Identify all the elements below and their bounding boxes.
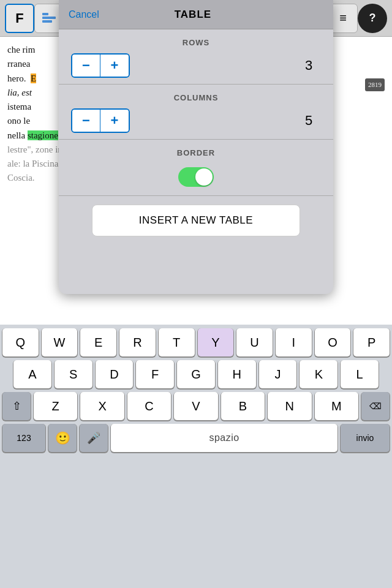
key-b[interactable]: B [221, 392, 265, 420]
return-key[interactable]: invio [341, 424, 390, 452]
key-k[interactable]: K [300, 360, 337, 388]
key-g[interactable]: G [177, 360, 215, 388]
emoji-key[interactable]: 🙂 [48, 424, 77, 452]
space-key[interactable]: spazio [111, 424, 337, 452]
key-d[interactable]: D [96, 360, 134, 388]
key-t[interactable]: T [159, 328, 195, 356]
key-j[interactable]: J [259, 360, 297, 388]
columns-label: COLUMNS [71, 93, 321, 102]
question-icon[interactable]: ? [358, 4, 387, 33]
toggle-thumb [195, 168, 213, 186]
key-i[interactable]: I [276, 328, 312, 356]
rows-increase-button[interactable]: + [100, 55, 129, 77]
keyboard: Q W E R T Y U I O P A S D F G H J K L ⇧ … [0, 325, 392, 588]
key-n[interactable]: N [268, 392, 311, 420]
key-z[interactable]: Z [34, 392, 77, 420]
doc-line-1: che rim [7, 45, 35, 55]
svg-rect-0 [42, 13, 48, 15]
numbers-key[interactable]: 123 [2, 424, 45, 452]
key-u[interactable]: U [236, 328, 273, 356]
key-a[interactable]: A [13, 360, 51, 388]
key-e[interactable]: E [80, 328, 116, 356]
key-v[interactable]: V [174, 392, 217, 420]
key-w[interactable]: W [42, 328, 78, 356]
rows-decrease-button[interactable]: − [72, 55, 100, 77]
key-q[interactable]: Q [2, 328, 39, 356]
rows-stepper: − + [71, 53, 130, 78]
shift-key[interactable]: ⇧ [2, 392, 31, 420]
border-toggle[interactable] [178, 167, 214, 187]
insert-btn-container: INSERT A NEW TABLE [59, 196, 333, 245]
svg-rect-1 [42, 17, 56, 19]
key-y[interactable]: Y [198, 328, 234, 356]
keyboard-row-bottom: 123 🙂 🎤 spazio invio [0, 424, 392, 452]
rows-section: ROWS − + 3 [59, 29, 333, 85]
modal-header: Cancel TABLE [59, 0, 333, 29]
table-modal: Cancel TABLE ROWS − + 3 COLUMNS − + 5 BO… [59, 0, 333, 294]
microphone-key[interactable]: 🎤 [80, 424, 108, 452]
toggle-track [178, 167, 214, 187]
columns-stepper: − + [71, 108, 130, 133]
modal-title: TABLE [175, 9, 211, 21]
insert-table-button[interactable]: INSERT A NEW TABLE [92, 205, 300, 236]
key-f[interactable]: F [136, 360, 174, 388]
columns-stepper-row: − + 5 [71, 108, 321, 133]
delete-key[interactable]: ⌫ [361, 392, 390, 420]
key-m[interactable]: M [315, 392, 358, 420]
keyboard-row-3: ⇧ Z X C V B N M ⌫ [0, 392, 392, 420]
columns-increase-button[interactable]: + [100, 110, 129, 132]
border-section: BORDER [59, 140, 333, 196]
rows-value: 3 [296, 58, 321, 74]
keyboard-row-1: Q W E R T Y U I O P [0, 328, 392, 356]
word-count: 2819 [365, 78, 385, 91]
key-c[interactable]: C [127, 392, 171, 420]
cancel-button[interactable]: Cancel [69, 9, 99, 20]
key-r[interactable]: R [119, 328, 156, 356]
key-o[interactable]: O [315, 328, 351, 356]
key-l[interactable]: L [341, 360, 379, 388]
keyboard-row-2: A S D F G H J K L [0, 360, 392, 388]
border-label: BORDER [177, 148, 215, 157]
key-p[interactable]: P [353, 328, 390, 356]
svg-rect-2 [42, 20, 52, 23]
key-x[interactable]: X [80, 392, 124, 420]
doc-line-10: Coscia. [7, 173, 35, 183]
columns-decrease-button[interactable]: − [72, 110, 100, 132]
rows-stepper-row: − + 3 [71, 53, 321, 78]
columns-section: COLUMNS − + 5 [59, 85, 333, 140]
rows-label: ROWS [71, 38, 321, 47]
key-s[interactable]: S [55, 360, 92, 388]
key-h[interactable]: H [218, 360, 256, 388]
columns-value: 5 [296, 113, 321, 129]
font-icon[interactable]: F [5, 4, 34, 33]
